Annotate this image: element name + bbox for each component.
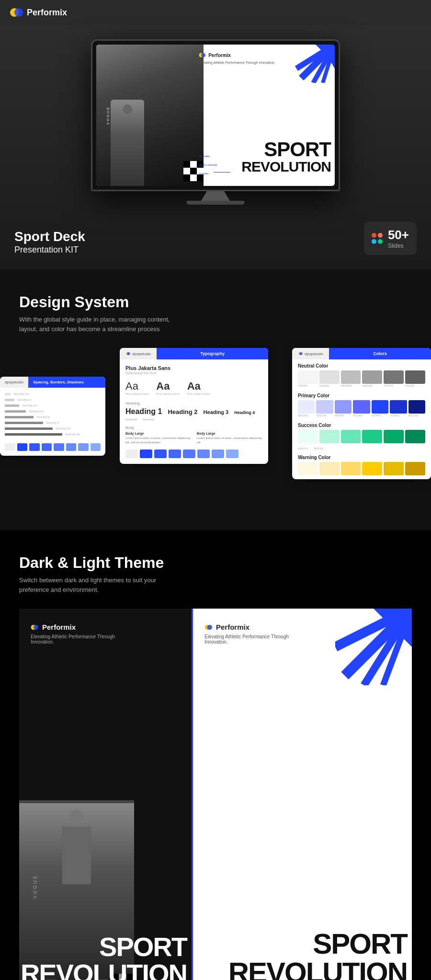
primary-chip-6 [390, 400, 407, 414]
chip-6 [197, 450, 210, 458]
header-logo-text: Performix [27, 8, 67, 18]
dark-theme-panel: Performix Elevating Athletic Performance… [19, 609, 192, 980]
font-name: Plus Jakarta Sans [125, 365, 262, 371]
chip-3 [154, 450, 167, 458]
spacing-row-4: Spacing md [5, 410, 101, 413]
light-sport-revolution: SPORT REVOLUTION [198, 930, 407, 980]
success-chip-4 [362, 430, 382, 443]
slides-count: 50+ [388, 228, 409, 242]
headings-row: Heading 1 Heading 2 Heading 3 Heading 4 [125, 407, 262, 416]
monitor-base [187, 201, 244, 205]
chip-4 [169, 450, 181, 458]
monitor-screen: VOGUE Performix Elevating Athletic Perfo… [96, 45, 335, 186]
theme-section-title: Dark & Light Theme [19, 554, 412, 572]
warning-chip-1 [298, 462, 318, 475]
light-theme-panel: Performix Elevating Athletic Performance… [193, 609, 412, 980]
success-color-title: Success Color [292, 421, 431, 430]
theme-panels-container: Performix Elevating Athletic Performance… [19, 609, 412, 980]
svg-point-17 [207, 624, 212, 629]
success-chip-6 [405, 430, 425, 443]
screen-logo-text: Performix [208, 53, 231, 58]
light-revolution-text: REVOLUTION [198, 958, 407, 980]
light-sport-text: SPORT [198, 930, 407, 958]
chip-2 [140, 450, 152, 458]
light-logo-icon [204, 623, 212, 631]
spacing-row-6: Spacing xl [5, 421, 101, 424]
spacing-panel-body: Spacing 2xs Spacing xs Spacing sm Spacin… [0, 388, 105, 456]
spacing-row-7: Spacing 2xl [5, 427, 101, 430]
neutral-chip-1 [298, 370, 318, 384]
screen-logo-icon [199, 52, 205, 58]
neutral-chip-3 [341, 370, 361, 384]
neutral-chip-6 [405, 370, 425, 384]
screen-athlete-area: VOGUE [96, 45, 204, 186]
svg-point-15 [34, 624, 38, 629]
monitor-frame: VOGUE Performix Elevating Athletic Perfo… [91, 39, 340, 191]
colors-panel-header: dpopstudio Colors [292, 348, 431, 359]
slides-label: Slides [388, 242, 409, 249]
typography-panel-header: dpopstudio Typography [120, 348, 268, 359]
monitor-stand [201, 191, 230, 201]
typography-studio-label: dpopstudio [120, 348, 157, 359]
colors-tab: Colors [329, 348, 431, 359]
primary-color-row: #E8EAFF #C5CAFF #9099FF #5C66FF #2244FF [292, 400, 431, 421]
chip-5 [183, 450, 195, 458]
screen-logo-row: Performix [199, 52, 328, 58]
dark-logo-text: Performix [42, 623, 76, 631]
font-sample-bold: Aa [187, 380, 210, 392]
hero-info-row: Sport Deck Presentation KIT 50+ Slides [14, 222, 417, 255]
chip-8 [226, 450, 238, 458]
neutral-chip-2 [319, 370, 340, 384]
theme-section-desc: Switch between dark and light themes to … [19, 576, 182, 594]
dark-logo-row: Performix [31, 623, 180, 631]
success-chip-3 [341, 430, 361, 443]
typography-panel: dpopstudio Typography Plus Jakarta Sans … [120, 348, 268, 464]
hero-title-line2: Presentation KIT [14, 245, 85, 255]
colors-studio-label: dpopstudio [292, 348, 329, 359]
dark-bottom-tagline: To make sports training smarter [31, 978, 69, 980]
typography-tab: Typography [157, 348, 268, 359]
spacing-panel: dpopstudio Spacing, Borders, Shadows Spa… [0, 377, 105, 456]
font-download: Download the font [125, 371, 262, 375]
header: Performix [0, 0, 431, 25]
light-tagline: Elevating Athletic Performance Through I… [204, 634, 291, 645]
light-starburst [335, 609, 412, 685]
success-chip-2 [319, 430, 340, 443]
body-label: Body [125, 426, 262, 430]
body-section: Body Body Large Lorem ipsum dolor sit am… [125, 426, 262, 445]
screen-content-area: Performix Elevating Athletic Performance… [192, 45, 335, 186]
typography-studio-icon [125, 351, 130, 356]
theme-section: Dark & Light Theme Switch between dark a… [0, 530, 431, 980]
heading-label: Heading [125, 401, 262, 405]
design-system-panels: dpopstudio Spacing, Borders, Shadows Spa… [19, 348, 412, 530]
slides-info: 50+ Slides [388, 228, 409, 249]
warning-chip-2 [319, 462, 340, 475]
primary-chip-5 [372, 400, 388, 414]
warning-color-row [292, 462, 431, 479]
color-swatches-row [5, 443, 101, 451]
design-system-section: Design System With the global style guid… [0, 269, 431, 530]
neutral-chip-4 [362, 370, 382, 384]
primary-chip-2 [316, 400, 333, 414]
heading-section: Heading Heading 1 Heading 2 Heading 3 He… [125, 401, 262, 421]
neutral-color-row: #F5F5F5 #E0E0E0 #BDBDBD #9E9E9E #757575 [292, 370, 431, 391]
primary-chip-3 [335, 400, 352, 414]
design-system-desc: With the global style guide in place, ma… [19, 315, 182, 334]
color-chips-row [125, 450, 262, 458]
screen-tagline: Elevating Athletic Performance Through I… [199, 60, 328, 65]
spacing-row-3: Spacing sm [5, 404, 101, 407]
heading-2: Heading 2 [168, 408, 197, 415]
hero-title-block: Sport Deck Presentation KIT [14, 229, 85, 255]
neutral-color-title: Neutral Color [292, 359, 431, 370]
spacing-panel-tab: Spacing, Borders, Shadows [28, 377, 105, 388]
dark-tagline: Elevating Athletic Performance Through I… [31, 634, 126, 645]
screen-sport-text: SPORT [241, 139, 331, 160]
heading-1: Heading 1 [125, 407, 162, 416]
font-sample-semibold: Aa [156, 380, 179, 392]
font-sample-regular: Aa [125, 380, 148, 392]
neutral-chip-5 [384, 370, 404, 384]
heading-3: Heading 3 [204, 409, 229, 415]
light-logo-text: Performix [216, 623, 250, 631]
svg-point-13 [300, 352, 303, 355]
warning-chip-5 [384, 462, 404, 475]
